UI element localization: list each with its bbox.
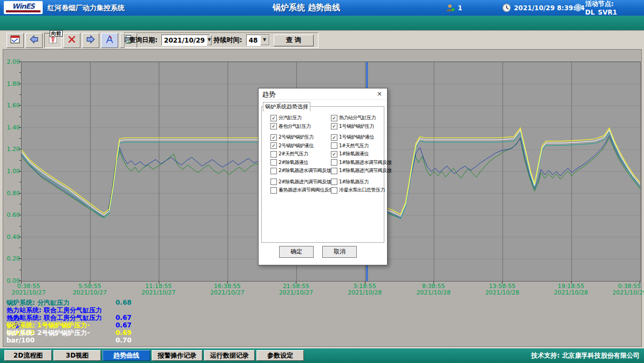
y-axis-tick [18, 258, 21, 259]
logo-tagline-strip [6, 10, 40, 12]
y-axis-minor-tick [19, 160, 21, 161]
nav-tab-3D视图[interactable]: 3D视图 [53, 350, 101, 361]
checkbox-checked-icon[interactable]: ✓ [270, 134, 277, 141]
curve-checkbox[interactable]: 1#天然气压力 [331, 142, 391, 150]
y-axis-tick [18, 84, 21, 84]
checkbox-checked-icon[interactable]: ✓ [331, 151, 337, 157]
y-axis-label: 1.60 [4, 102, 20, 109]
curve-checkbox[interactable]: ✓1#除氧器液位 [331, 150, 391, 159]
y-axis-tick [18, 237, 21, 237]
y-axis-minor-tick [19, 226, 21, 227]
checkbox-checked-icon[interactable]: ✓ [270, 123, 277, 129]
arrow-right-icon [85, 35, 96, 46]
curve-checkbox-label: 2#天然气压力 [279, 150, 308, 157]
x-axis-label: 11:18:552021/10/27 [141, 283, 175, 296]
checkbox-unchecked-icon[interactable] [331, 187, 337, 194]
checkbox-unchecked-icon[interactable] [270, 179, 277, 185]
legend-row: 热力站系统: 联合工房分气缸压力（热?0.67 [6, 306, 132, 314]
duration-label: 持续时间: [214, 36, 242, 45]
y-axis-tick [18, 105, 21, 106]
clock-icon [502, 3, 511, 12]
teal-band [0, 16, 644, 31]
x-axis-label: 19:18:552021/10/28 [554, 283, 588, 296]
forward-button[interactable] [82, 33, 99, 48]
ok-button[interactable]: 确定 [279, 246, 314, 258]
curve-checkbox-label: 2号锅炉锅炉压力 [279, 134, 314, 141]
dialog-title-bar[interactable]: 趋势 × [259, 88, 387, 100]
system-clock: 2021/10/29 8:39:24 [502, 0, 585, 16]
close-icon[interactable]: × [375, 90, 384, 98]
curve-checkbox[interactable]: ✓1号锅炉锅炉压力 [331, 122, 391, 131]
curve-checkbox[interactable]: ✓2号锅炉锅炉液位 [270, 142, 334, 150]
curve-checkbox[interactable]: ✓卷包分气缸压力 [270, 122, 334, 131]
query-date-select[interactable]: 2021/10/29 ▼ [161, 35, 210, 46]
checkbox-unchecked-icon[interactable] [270, 151, 277, 157]
online-users: 1 [446, 0, 462, 16]
chevron-down-icon[interactable]: ▼ [207, 35, 211, 45]
curve-checkbox[interactable]: 冷凝水泵出口总管压力 [331, 186, 391, 195]
y-axis-tick [18, 193, 21, 194]
dialog-tab-boiler-trend-select[interactable]: 锅炉系统趋势选择 [263, 102, 310, 112]
checkbox-unchecked-icon[interactable] [331, 159, 337, 166]
x-axis-label: 3:18:552021/10/28 [348, 283, 382, 296]
calendar-button[interactable] [6, 33, 24, 48]
curve-legend: 锅炉系统: 分汽缸压力0.68热力站系统: 联合工房分气缸压力（热?0.67热力… [6, 299, 132, 337]
cut-button[interactable] [63, 33, 80, 48]
x-axis-label: 13:58:552021/10/28 [485, 283, 519, 296]
query-date-label: 查询日期: [129, 36, 158, 45]
cut-icon [66, 35, 77, 46]
curve-checkbox-label: 1号锅炉锅炉液位 [339, 134, 374, 141]
online-users-count: 1 [458, 4, 462, 12]
curve-checkbox-column-left: ✓分汽缸压力✓卷包分气缸压力✓2号锅炉锅炉压力✓2号锅炉锅炉液位2#天然气压力2… [270, 114, 334, 195]
checkbox-unchecked-icon[interactable] [331, 142, 337, 149]
curve-checkbox[interactable]: 2#除氧器进汽调节阀反馈 [270, 178, 334, 187]
back-button[interactable] [25, 33, 43, 48]
curve-checkbox[interactable]: 2#天然气压力 [270, 150, 334, 159]
checkbox-checked-icon[interactable]: ✓ [331, 134, 337, 141]
curve-checkbox[interactable]: 1#除氧器进汽调节阀反馈 [331, 167, 391, 175]
move-forward-button[interactable]: 向前 [44, 33, 62, 48]
curve-checkbox[interactable]: ✓2号锅炉锅炉压力 [270, 133, 334, 142]
curve-checkbox-label: 1#天然气压力 [339, 142, 369, 149]
dialog-title: 趋势 [262, 90, 275, 99]
checkbox-unchecked-icon[interactable] [270, 187, 277, 194]
duration-select[interactable]: 48 ▼ [246, 35, 270, 46]
checkbox-checked-icon[interactable]: ✓ [331, 123, 337, 129]
compass-button[interactable] [101, 33, 118, 48]
nav-tab-2D流程图[interactable]: 2D流程图 [4, 350, 52, 361]
checkbox-checked-icon[interactable]: ✓ [270, 142, 277, 149]
checkbox-unchecked-icon[interactable] [331, 179, 337, 185]
curve-checkbox-label: 卷包分气缸压力 [279, 123, 311, 130]
y-axis-tick [18, 61, 21, 62]
nav-tab-报警操作记录[interactable]: 报警操作记录 [152, 350, 202, 361]
curve-checkbox[interactable]: 1#除氧器进水调节阀反馈 [331, 159, 391, 167]
curve-checkbox[interactable]: ✓分汽缸压力 [270, 114, 334, 122]
curve-checkbox[interactable]: 蓄热器进水调节阀阀位反馈 [270, 186, 334, 195]
curve-checkbox[interactable]: 1#除氧器压力 [331, 178, 391, 187]
cancel-button[interactable]: 取消 [322, 246, 357, 258]
x-axis-label: 16:38:552021/10/27 [210, 283, 244, 296]
checkbox-unchecked-icon[interactable] [270, 159, 277, 166]
curve-checkbox[interactable]: 2#除氧器液位 [270, 159, 334, 167]
nav-tab-参数设定[interactable]: 参数设定 [256, 350, 304, 361]
chevron-down-icon[interactable]: ▼ [260, 35, 269, 45]
y-axis-minor-tick [19, 94, 21, 95]
curve-checkbox-column-right: ✓热力站分气缸压力✓1号锅炉锅炉压力✓1号锅炉锅炉液位1#天然气压力✓1#除氧器… [331, 114, 391, 195]
y-axis-label: 0.80 [4, 190, 20, 197]
nav-tab-趋势曲线[interactable]: 趋势曲线 [103, 350, 150, 361]
checkbox-checked-icon[interactable]: ✓ [331, 115, 337, 121]
checkbox-unchecked-icon[interactable] [331, 168, 337, 174]
users-icon [446, 3, 455, 12]
curve-checkbox[interactable]: ✓1号锅炉锅炉液位 [331, 133, 391, 142]
nav-tab-运行数据记录[interactable]: 运行数据记录 [204, 350, 255, 361]
y-axis-minor-tick [19, 138, 21, 139]
checkbox-unchecked-icon[interactable] [270, 168, 277, 174]
y-axis-label: 1.40 [4, 124, 20, 131]
curve-checkbox[interactable]: ✓热力站分气缸压力 [331, 114, 391, 122]
curve-checkbox[interactable]: 2#除氧器进水调节阀反馈 [270, 167, 334, 175]
query-button[interactable]: 查 询 [274, 35, 314, 46]
active-node-text: 活动节点: DL_SVR1 [585, 0, 644, 16]
y-axis-minor-tick [19, 182, 21, 182]
checkbox-checked-icon[interactable]: ✓ [270, 115, 277, 121]
legend-row: 锅炉系统: 分汽缸压力0.68 [6, 299, 132, 306]
